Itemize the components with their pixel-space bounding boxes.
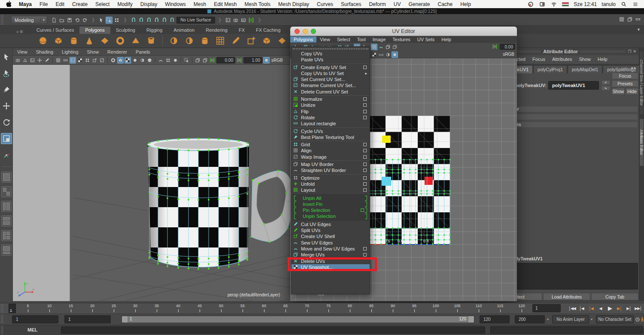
current-frame-marker[interactable]: 1 — [9, 304, 16, 313]
display-icon[interactable] — [539, 1, 546, 8]
menu-item-straighten-uv-border[interactable]: Straighten UV Border — [292, 167, 370, 173]
character-set-icon[interactable] — [639, 316, 644, 323]
option-box[interactable] — [363, 66, 367, 69]
character-set-dropdown[interactable]: No Character Set — [596, 315, 634, 323]
play-backwards-button[interactable]: ◀ — [596, 304, 605, 312]
multi-cut-icon[interactable] — [229, 34, 242, 47]
macos-menu-modify[interactable]: Modify — [113, 1, 136, 7]
snap-to-view-plane-icon[interactable] — [161, 17, 168, 24]
use-all-lights-icon[interactable] — [132, 57, 138, 63]
menu-item-copy-uvs[interactable]: Copy UVs — [292, 51, 370, 57]
2d-pan-zoom-icon[interactable] — [36, 57, 43, 63]
hide-button[interactable]: Hide — [626, 88, 638, 95]
macos-menu-mesh[interactable]: Mesh — [190, 1, 210, 7]
step-forward-frame-button[interactable]: ▶│ — [624, 304, 633, 312]
menu-item-unpin-all[interactable]: Unpin All — [293, 195, 368, 201]
viewport-menu-show[interactable]: Show — [83, 49, 103, 54]
option-box[interactable] — [363, 155, 367, 159]
rangerow-grip[interactable] — [1, 315, 3, 324]
chevron-down-icon[interactable]: ▾ — [591, 317, 592, 321]
option-box[interactable] — [363, 253, 367, 257]
wireframe-icon[interactable] — [110, 57, 116, 63]
tab-scroll-arrows[interactable]: ◂▸ — [631, 66, 637, 70]
poly-plane-icon[interactable] — [98, 34, 111, 47]
smooth-shade-icon[interactable] — [117, 57, 124, 63]
modeling-toolkit-toggle-icon[interactable] — [618, 16, 625, 23]
macos-menu-cache[interactable]: Cache — [434, 1, 457, 7]
option-box[interactable] — [363, 149, 367, 152]
go-to-start-button[interactable]: │◀◀ — [568, 304, 577, 312]
texture-border-icon[interactable] — [392, 44, 398, 50]
smooth-icon[interactable] — [167, 34, 180, 47]
menu-item-move-and-sew-uv-edges[interactable]: Move and Sew UV Edges — [292, 246, 370, 252]
poly-torus-icon[interactable] — [114, 34, 127, 47]
macos-menu-help[interactable]: Help — [456, 1, 475, 7]
command-language-label[interactable]: MEL — [27, 327, 37, 332]
snap-to-point-icon[interactable] — [146, 17, 152, 24]
image-plane-icon[interactable] — [29, 57, 36, 63]
uv-menu-help[interactable]: Help — [438, 36, 455, 42]
ae-copy-tab-button[interactable]: Copy Tab — [591, 293, 638, 300]
menu-item-align[interactable]: Align — [292, 148, 370, 154]
macos-menu-file[interactable]: File — [36, 1, 52, 7]
alpha-channel-icon[interactable] — [385, 51, 391, 58]
viewport-menu-view[interactable]: View — [13, 49, 32, 54]
option-box[interactable] — [363, 116, 367, 119]
move-tool[interactable] — [1, 100, 12, 112]
viewport-menu-lighting[interactable]: Lighting — [58, 49, 83, 54]
menu-item-create-uv-shell[interactable]: Create UV Shell — [292, 233, 370, 239]
menu-item-unfold[interactable]: Unfold — [292, 181, 370, 187]
spotlight-search-icon[interactable] — [620, 1, 627, 8]
select-tool[interactable] — [1, 51, 12, 63]
option-box[interactable] — [363, 182, 367, 186]
poly-sphere-icon[interactable] — [36, 34, 49, 47]
option-box[interactable] — [363, 143, 367, 146]
shelf-scroll-arrow-icon[interactable]: ▼ — [637, 27, 641, 32]
uv-exposure-field[interactable]: 0.00 — [500, 44, 515, 50]
menu-item-cut-uv-edges[interactable]: Cut UV Edges — [292, 221, 370, 227]
range-end-handle[interactable] — [468, 316, 474, 323]
anim-layer-dropdown[interactable]: No Anim Layer — [552, 315, 589, 323]
xray-joints-icon[interactable] — [202, 57, 208, 63]
animation-start-field[interactable]: 1 — [12, 315, 58, 323]
macos-menu-curves[interactable]: Curves — [313, 1, 337, 7]
viewport-view-transform-icon[interactable] — [263, 57, 270, 63]
menu-item-set-current-uv-set[interactable]: Set Current UV Set... — [292, 76, 370, 82]
menu-item-split-uvs[interactable]: Split UVs — [292, 227, 370, 233]
viewport-exposure-field[interactable]: 0.00 — [216, 57, 235, 63]
option-box[interactable] — [363, 103, 367, 107]
shelf-tab-rendering[interactable]: Rendering — [200, 27, 233, 34]
macos-menu-generate[interactable]: Generate — [404, 1, 434, 7]
ae-tab-polymapdel1[interactable]: polyMapDel1 — [568, 65, 602, 73]
macos-menu-mesh-tools[interactable]: Mesh Tools — [241, 1, 274, 7]
render-view-icon[interactable] — [225, 17, 231, 24]
pixel-snap-icon[interactable] — [378, 44, 384, 50]
grid-snap-icon[interactable] — [371, 44, 377, 50]
safe-action-icon[interactable] — [91, 57, 98, 63]
shell-border-icon[interactable] — [385, 44, 391, 50]
range-slider[interactable]: 1 120 — [121, 315, 475, 323]
field-chart-icon[interactable] — [84, 57, 91, 63]
shelf-menu-icon[interactable]: ≡ ⚙ — [0, 30, 31, 34]
toolbar-grip[interactable] — [1, 15, 3, 24]
shelf-tab-polygons[interactable]: Polygons — [79, 27, 110, 34]
menu-item-unitize[interactable]: Unitize — [292, 102, 370, 108]
menu-item-normalize[interactable]: Normalize — [292, 96, 370, 102]
isolate-select-icon[interactable] — [183, 57, 190, 63]
macos-menu-uv[interactable]: UV — [390, 1, 405, 7]
macos-menu-surfaces[interactable]: Surfaces — [337, 1, 365, 7]
hungarian-flag-icon[interactable] — [562, 2, 569, 6]
attribute-editor-toggle-icon[interactable] — [635, 16, 641, 23]
uv-menu-select[interactable]: Select — [334, 36, 354, 42]
exposure-bracket-icon[interactable] — [492, 43, 498, 50]
make-live-icon[interactable] — [169, 17, 176, 24]
menu-item-rename-current-uv-set[interactable]: Rename Current UV Set... — [292, 82, 370, 88]
time-slider[interactable]: 1 51015202530354045505560657075808590951… — [0, 303, 644, 314]
playback-end-field[interactable]: 120 — [480, 315, 510, 323]
uv-menu-polygons[interactable]: Polygons — [290, 36, 316, 42]
rgb-channels-icon[interactable]: RGB — [378, 51, 384, 58]
screen-record-icon[interactable] — [527, 1, 534, 8]
lasso-tool[interactable] — [1, 68, 12, 79]
uv-menu-view[interactable]: View — [316, 36, 334, 42]
poly-cube-icon[interactable] — [52, 34, 65, 47]
